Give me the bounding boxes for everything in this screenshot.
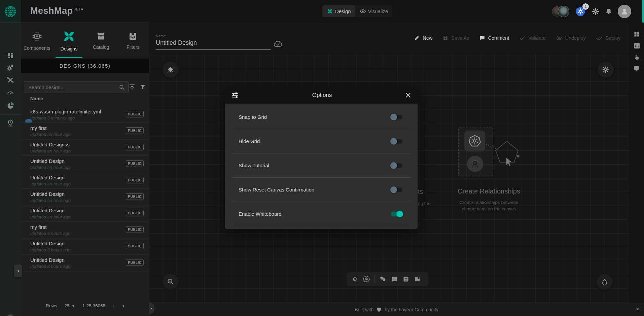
help-button[interactable]: ? <box>7 314 14 316</box>
options-modal-title: Options <box>239 92 405 99</box>
dock-component-icon[interactable] <box>351 276 358 283</box>
deploy-button[interactable]: Deploy <box>596 35 620 41</box>
design-search <box>24 81 129 93</box>
dock-text-icon[interactable]: T <box>402 276 409 283</box>
right-drawer-accent <box>642 0 644 23</box>
layer5-logo[interactable] <box>0 0 21 23</box>
dock-divider <box>374 275 375 283</box>
design-name: my first <box>30 125 46 131</box>
import-design-icon[interactable] <box>129 83 136 91</box>
canvas-toolbar: New Save As Comment Validate <box>414 35 620 41</box>
design-row[interactable]: Untitled Design updated an hour ago PUBL… <box>21 156 149 172</box>
undeploy-button[interactable]: Undeploy <box>556 35 586 41</box>
design-list: k8s-wasm-plugin-ratelimiter.yml updated … <box>21 106 149 271</box>
lifecycle-gears-icon[interactable] <box>6 64 14 72</box>
design-row[interactable]: Untitled Design updated 8 hours ago PUBL… <box>21 255 149 271</box>
search-input[interactable] <box>24 84 119 90</box>
snap-to-grid-toggle[interactable] <box>391 115 402 119</box>
hide-grid-toggle[interactable] <box>391 139 402 144</box>
design-row[interactable]: Untitled Designss updated an hour ago PU… <box>21 139 149 156</box>
design-row[interactable]: Untitled Design updated an hour ago PUBL… <box>21 172 149 189</box>
option-label: Snap to Grid <box>239 114 267 120</box>
k8s-context-switcher[interactable]: 1 <box>575 6 586 17</box>
rows-per-page-select[interactable]: 25▼ <box>65 303 75 308</box>
search-icon[interactable] <box>119 84 125 91</box>
option-show-tutorial: Show Tutorial <box>225 153 418 177</box>
design-name: Untitled Design <box>30 191 65 197</box>
occluded-section-text-fragment: ng the <box>418 201 431 206</box>
tab-designs[interactable]: Designs <box>53 23 85 58</box>
app-title: MeshMapBETA <box>30 6 83 16</box>
show-tutorial-toggle[interactable] <box>391 163 402 168</box>
options-modal-body: Snap to Grid Hide Grid Show Tutorial Sho… <box>225 104 418 229</box>
notifications-bell-icon[interactable] <box>605 8 612 15</box>
performance-gauge-icon[interactable] <box>6 89 14 97</box>
canvas-quick-actions-button[interactable] <box>163 62 179 78</box>
analytics-panel-icon[interactable] <box>633 42 641 49</box>
design-name: Untitled Designss <box>30 142 70 147</box>
tab-components[interactable]: Components <box>21 23 53 58</box>
design-name: Untitled Design <box>30 208 65 213</box>
next-page-button[interactable]: › <box>122 302 124 309</box>
design-updated: updated 3 minutes ago <box>30 115 75 120</box>
design-row[interactable]: my first updated 6 hours ago PUBLIC <box>21 222 149 238</box>
user-avatar[interactable] <box>618 5 631 18</box>
demo-kubernetes-node <box>464 131 485 151</box>
collaborator-avatar-2[interactable] <box>558 6 569 17</box>
option-divider <box>232 226 411 226</box>
design-name-input[interactable] <box>156 39 271 50</box>
person-icon <box>620 7 629 16</box>
settings-gear-icon[interactable] <box>592 7 600 15</box>
dock-kubernetes-icon[interactable] <box>363 275 370 283</box>
design-row[interactable]: k8s-wasm-plugin-ratelimiter.yml updated … <box>21 106 149 123</box>
design-row[interactable]: Untitled Design updated 8 hours ago PUBL… <box>21 238 149 255</box>
toolbox-icon[interactable] <box>6 76 14 84</box>
service-mesh-icon[interactable] <box>6 102 14 110</box>
tab-catalog[interactable]: Catalog <box>85 23 117 58</box>
tab-design[interactable]: Design <box>322 5 355 17</box>
zoom-out-button[interactable] <box>163 274 179 290</box>
rail-divider <box>0 114 21 115</box>
tab-components-label: Components <box>24 45 50 51</box>
deploy-drop-button[interactable] <box>597 274 613 290</box>
design-row[interactable]: my first updated an hour ago PUBLIC <box>21 123 149 139</box>
close-icon[interactable] <box>405 92 412 99</box>
design-row[interactable]: Untitled Design updated an hour ago PUBL… <box>21 205 149 222</box>
tune-sliders-icon <box>231 91 239 99</box>
active-tab-indicator <box>56 57 82 58</box>
canvas-settings-button[interactable] <box>598 62 614 78</box>
design-row[interactable]: Untitled Design updated an hour ago PUBL… <box>21 189 149 205</box>
dock-shapes-icon[interactable] <box>379 275 387 283</box>
tab-filters[interactable]: WA Filters <box>117 23 149 58</box>
option-snap-to-grid: Snap to Grid <box>225 105 418 129</box>
option-hide-grid: Hide Grid <box>225 129 418 153</box>
design-updated: updated an hour ago <box>30 198 71 203</box>
tab-visualize[interactable]: Visualize <box>355 5 393 17</box>
filter-funnel-icon[interactable] <box>139 83 146 91</box>
deploy-icon <box>596 35 603 41</box>
validate-button[interactable]: Validate <box>519 35 545 41</box>
svg-text:T: T <box>405 277 407 281</box>
tab-designs-label: Designs <box>61 46 78 51</box>
collapse-right-handle[interactable]: ‹ <box>637 305 639 312</box>
display-monitor-icon[interactable] <box>633 65 640 72</box>
dock-comment-icon[interactable] <box>391 276 398 283</box>
option-enable-whiteboard: Enable Whiteboard <box>225 202 418 226</box>
designs-count-header: DESIGNS (36,065) <box>21 59 149 73</box>
save-as-button[interactable]: Save As <box>442 35 469 41</box>
panel-expand-handle[interactable]: › <box>14 265 22 277</box>
new-button[interactable]: New <box>414 35 432 41</box>
enable-whiteboard-toggle[interactable] <box>391 212 402 216</box>
meshmap-pin-icon[interactable] <box>6 119 14 127</box>
pagination: Rows 25▼ 1-25 36065 ‹ › <box>21 302 149 309</box>
prev-page-button[interactable]: ‹ <box>113 302 115 309</box>
views-grid-icon[interactable] <box>633 31 640 37</box>
reset-canvas-confirmation-toggle[interactable] <box>391 187 402 192</box>
dashboard-icon[interactable] <box>6 51 14 60</box>
comment-button[interactable]: Comment <box>479 35 509 41</box>
relationship-demo-drawing <box>484 140 528 171</box>
dock-media-icon[interactable] <box>414 276 421 283</box>
interaction-hand-icon[interactable] <box>633 54 640 61</box>
design-updated: updated an hour ago <box>30 132 71 137</box>
beta-badge: BETA <box>74 7 83 11</box>
